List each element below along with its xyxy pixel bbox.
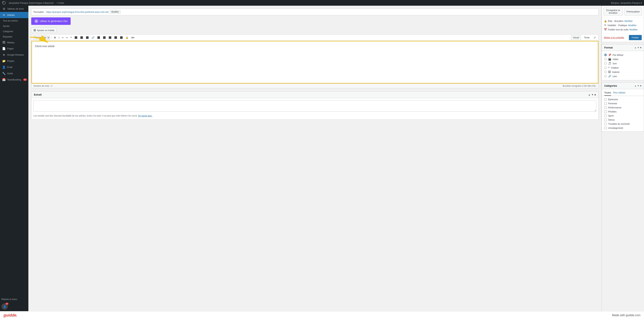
view-visuel-button[interactable]: Visuel [571,35,581,40]
toolbar-align-center[interactable]: ⬛ [79,36,84,40]
format-collapse-down[interactable]: ▼ [637,46,640,49]
permalink-url[interactable]: https://parayre-sophrologue.fr/un-titre-… [46,11,109,13]
view-texte-button[interactable]: Texte [582,35,592,40]
cat-item-phobies[interactable]: Phobies [604,110,641,114]
divi-button[interactable]: D Utiliser le générateur Divi [31,18,70,25]
cat-item-epreuves[interactable]: Epreuves [604,97,641,101]
visibility-modify[interactable]: Modifier [628,24,636,27]
toolbar-more-1[interactable]: ⬛ [96,36,101,40]
wordpress-logo[interactable] [2,1,6,5]
cat-tab-toutes[interactable]: Toutes [604,91,611,96]
sidebar-item-all-articles[interactable]: Tous les articles [0,18,28,24]
sidebar-item-articles[interactable]: ✏ Articles [0,12,28,18]
format-item-son[interactable]: 🎵 Son [604,61,641,66]
format-radio-citation[interactable] [604,67,607,69]
format-item-citation[interactable]: ❝ Citation [604,66,641,70]
toolbar-more-2[interactable]: ⬛ [102,36,107,40]
toolbar-table[interactable]: ⊞▾ [130,36,136,40]
permalink-modify-button[interactable]: Modifier [110,10,121,14]
toolbar-more-4[interactable]: ⬛ [113,36,118,40]
cat-item-uncategorized[interactable]: Uncategorized [604,126,641,130]
publish-button[interactable]: Publier [629,35,642,40]
sidebar-item-label: Projets [7,60,14,62]
sidebar-item-reduire[interactable]: Réduire le menu [0,297,28,302]
extrait-collapse-down[interactable]: ▼ [591,93,594,96]
cat-checkbox-performance[interactable] [604,106,607,109]
preview-button[interactable]: Prévisualiser [624,8,642,16]
add-media-button[interactable]: 🖼 Ajouter un média [31,28,56,33]
create-button[interactable]: + Créer [56,2,64,4]
extrait-close[interactable]: ■ [594,93,596,96]
format-item-video[interactable]: 🎬 Vidéo [604,57,641,61]
add-media-label: Ajouter un média [37,29,54,32]
cat-item-sport[interactable]: Sport [604,114,641,118]
extrait-textarea[interactable] [34,100,596,112]
toolbar-link[interactable]: 🔗 [90,36,96,40]
format-collapse-up[interactable]: ▲ [634,46,636,49]
save-draft-button[interactable]: Enregistrer le brouillon [604,8,623,16]
sidebar-item-dashboard[interactable]: ⊞ Tableau de bord [0,6,28,12]
sidebar-item-categories[interactable]: Catégories [0,29,28,34]
publish-time-modify[interactable]: Modifier [630,28,638,31]
categories-collapse-up[interactable]: ▲ [634,85,636,87]
toolbar-more-3[interactable]: ⬛ [108,36,112,40]
user-greeting[interactable]: Bonjour, Jacqueline Parayre ▾ [611,2,642,4]
cat-item-femmes[interactable]: Femmes [604,101,641,106]
toolbar-more-5[interactable]: ⬛ [119,36,124,40]
sidebar-item-medias[interactable]: 🖼 Médias [0,40,28,46]
toolbar-lock[interactable]: 🔒 [124,36,130,40]
format-radio-galerie[interactable] [604,71,607,73]
toolbar-fullscreen[interactable]: ⤢ [592,35,597,40]
sidebar-item-label: Profil [7,66,12,69]
toolbar-ol[interactable]: ≡ [65,36,69,40]
sidebar-item-teambooking[interactable]: 📅 TeamBooking 57 [0,77,28,83]
status-value: Brouillon [614,20,624,22]
format-radio-video[interactable] [604,58,607,60]
sidebar-item-projets[interactable]: 📁 Projets [0,58,28,64]
writing-area[interactable]: J'écris mon article [32,41,598,84]
format-defaut-icon: 📌 [608,54,611,56]
user-avatar[interactable]: 👤 16 [2,303,8,310]
cat-tab-plus-utilises[interactable]: Plus utilisés [613,91,625,96]
cat-item-performance[interactable]: Performance [604,106,641,110]
format-radio-lien[interactable] [604,75,607,78]
toolbar-blockquote[interactable]: ❝ [69,36,73,40]
cat-checkbox-uncategorized[interactable] [604,127,607,129]
cat-item-troubles-sommeil[interactable]: Troubles du sommeil [604,122,641,126]
cat-checkbox-troubles-sommeil[interactable] [604,123,607,125]
avatar-badge: 16 [5,303,8,305]
sidebar-item-google-reviews[interactable]: ★ Google Reviews [0,52,28,58]
cat-item-stress[interactable]: Stress [604,118,641,122]
format-select[interactable]: Paragraphe [33,36,50,40]
toolbar-ul[interactable]: ≡ [61,36,64,40]
cat-checkbox-sport[interactable] [604,115,607,117]
sidebar-item-profil[interactable]: 👤 Profil [0,64,28,70]
categories-collapse-down[interactable]: ▼ [637,85,640,87]
toolbar-italic[interactable]: I [58,36,60,40]
format-item-lien[interactable]: 🔗 Lien [604,74,641,78]
status-modify[interactable]: Modifier [624,20,633,22]
extrait-learn-more[interactable]: En savoir plus. [138,115,152,117]
format-item-defaut[interactable]: 📌 Par défaut [604,53,641,57]
toolbar-align-left[interactable]: ⬛ [74,36,78,40]
format-radio-defaut[interactable] [604,54,607,56]
format-close[interactable]: ■ [640,46,641,49]
cat-checkbox-stress[interactable] [604,119,607,121]
sidebar-item-pages[interactable]: 📄 Pages [0,46,28,52]
format-item-galerie[interactable]: 🖼 Galerie [604,70,641,74]
sidebar-item-ajouter[interactable]: Ajouter [0,24,28,29]
toolbar-align-right[interactable]: ⬛ [85,36,90,40]
sidebar-item-etiquettes[interactable]: Étiquettes [0,34,28,40]
cat-checkbox-epreuves[interactable] [604,98,607,101]
extrait-collapse-up[interactable]: ▲ [588,93,590,96]
cat-checkbox-phobies[interactable] [604,111,607,113]
main-layout: ⊞ Tableau de bord ✏ Articles Tous les ar… [0,6,644,311]
site-name[interactable]: Jacqueline Parayre Sophrologue à Bayonne [8,2,54,4]
trash-button[interactable]: Mettre à la corbeille [604,36,624,39]
format-radio-son[interactable] [604,62,607,65]
cat-checkbox-femmes[interactable] [604,102,607,105]
toolbar-bold[interactable]: B [53,36,57,40]
sidebar-item-outils[interactable]: 🔧 Outils [0,70,28,77]
sidebar: ⊞ Tableau de bord ✏ Articles Tous les ar… [0,6,28,311]
categories-close[interactable]: ■ [640,85,641,87]
